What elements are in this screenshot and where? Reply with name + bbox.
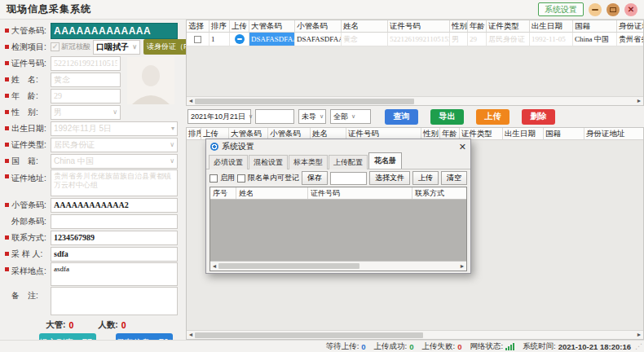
column-header-upload[interactable]: 上传 <box>230 20 249 32</box>
column-header-id-number[interactable]: 证件号码 <box>346 128 421 139</box>
maximize-button[interactable] <box>607 3 620 16</box>
column-header-seq[interactable]: 序号 <box>210 187 236 199</box>
history-table-hscrollbar[interactable]: ◄ ► <box>187 330 643 339</box>
name-input[interactable] <box>51 73 121 87</box>
search-input[interactable] <box>255 109 294 124</box>
row-select-cell[interactable] <box>187 33 210 46</box>
scroll-left-icon[interactable]: ◄ <box>187 97 195 105</box>
column-header-nationality[interactable]: 国籍 <box>544 128 584 139</box>
id-number-input[interactable] <box>51 56 121 71</box>
dialog-save-button[interactable]: 保存 <box>302 171 328 185</box>
minimize-button[interactable] <box>589 3 602 16</box>
tab-upload-config[interactable]: 上传配置 <box>329 155 368 169</box>
enable-checkbox[interactable] <box>210 174 218 183</box>
column-header-select[interactable]: 选择 <box>187 20 210 32</box>
upload-button[interactable]: 上传 <box>476 109 509 125</box>
date-picker[interactable]: 2021年10月21日 ∨ <box>187 109 251 124</box>
column-header-gender[interactable]: 性别 <box>450 20 468 32</box>
swab-type-select[interactable]: 口咽拭子 ∨ <box>93 40 140 55</box>
close-button[interactable]: ✕ <box>624 3 637 16</box>
save-info-button[interactable]: 保存信息（F9） <box>116 333 173 340</box>
system-settings-button[interactable]: 系统设置 <box>538 2 584 16</box>
small-tube-input[interactable] <box>51 198 178 213</box>
tab-required-settings[interactable]: 必填设置 <box>209 155 248 169</box>
choose-file-button[interactable]: 选择文件 <box>369 171 410 185</box>
dialog-clear-button[interactable]: 清空 <box>441 171 467 185</box>
tab-mixed-test-settings[interactable]: 混检设置 <box>249 155 288 169</box>
scroll-left-icon[interactable]: ◄ <box>187 331 195 339</box>
column-header-birth[interactable]: 出生日期 <box>530 20 573 32</box>
column-header-id-number[interactable]: 证件号码 <box>308 187 412 199</box>
scope-filter-select[interactable]: 全部 ∨ <box>330 109 371 124</box>
roster-table-header: 序号 姓名 证件号码 联系方式 <box>210 187 466 200</box>
age-input[interactable] <box>51 89 121 103</box>
external-code-input[interactable] <box>51 214 178 229</box>
column-header-sort[interactable]: 排序 <box>210 20 230 32</box>
tab-roster[interactable]: 花名册 <box>368 152 402 169</box>
id-type-select[interactable]: 居民身份证 ∨ <box>51 138 178 152</box>
column-header-id-type[interactable]: 证件类型 <box>487 20 530 32</box>
pending-table-hscrollbar[interactable]: ◄ ► <box>187 96 643 105</box>
roster-only-checkbox[interactable] <box>237 174 245 183</box>
column-header-name[interactable]: 姓名 <box>311 128 346 139</box>
export-button[interactable]: 导出 <box>430 109 464 125</box>
column-header-birth[interactable]: 出生日期 <box>503 128 544 139</box>
remark-textarea[interactable] <box>51 287 178 315</box>
dialog-titlebar[interactable]: 系统设置 ✕ <box>206 139 470 154</box>
scroll-left-icon[interactable]: ◄ <box>210 262 218 271</box>
sample-place-textarea[interactable]: asdfa <box>51 262 178 286</box>
column-header-big-tube[interactable]: 大管条码 <box>229 128 268 139</box>
scroll-right-icon[interactable]: ► <box>458 262 466 271</box>
column-header-big-tube[interactable]: 大管条码 <box>249 20 295 32</box>
column-header-name[interactable]: 姓名 <box>236 187 308 199</box>
contact-input[interactable] <box>51 231 178 245</box>
row-big-tube-cell[interactable]: DSAFASDFAAAS <box>249 33 295 46</box>
column-header-gender[interactable]: 性别 <box>421 128 440 139</box>
column-header-small-tube[interactable]: 小管条码 <box>295 20 342 32</box>
column-header-upload[interactable]: 上传 <box>201 128 229 139</box>
file-path-input[interactable] <box>330 172 367 185</box>
query-button[interactable]: 查询 <box>385 109 418 125</box>
column-header-age[interactable]: 年龄 <box>468 20 487 32</box>
column-header-address[interactable]: 身份证地址 <box>584 128 643 139</box>
export-filter-select[interactable]: 未导 ∨ <box>298 109 326 124</box>
tab-specimen-type[interactable]: 标本类型 <box>289 155 328 169</box>
scrollbar-thumb[interactable] <box>195 332 423 338</box>
dialog-tabs: 必填设置 混检设置 标本类型 上传配置 花名册 <box>206 154 470 169</box>
row-checkbox[interactable] <box>194 36 201 43</box>
scroll-right-icon[interactable]: ► <box>635 97 643 105</box>
covid-test-checkbox[interactable]: ✓ <box>51 42 60 51</box>
close-icon: ✕ <box>628 6 634 14</box>
column-header-name[interactable]: 姓名 <box>342 20 388 32</box>
column-header-age[interactable]: 年龄 <box>440 128 460 139</box>
birth-date-picker[interactable]: 1992年11月 5日 ▾ <box>51 121 178 136</box>
row-id-type-cell: 居民身份证 <box>487 33 530 46</box>
resize-grip[interactable]: ⋰ <box>635 343 642 350</box>
id-address-label: 证件地址: <box>11 173 51 184</box>
nationality-select[interactable]: China 中国 ∨ <box>51 154 178 169</box>
gender-select[interactable]: 男 ∨ <box>51 105 121 120</box>
column-header-address[interactable]: 身份证地址 <box>617 20 643 32</box>
column-header-small-tube[interactable]: 小管条码 <box>268 128 311 139</box>
big-tube-input[interactable] <box>51 23 178 39</box>
scrollbar-thumb[interactable] <box>218 263 359 269</box>
dialog-close-icon[interactable]: ✕ <box>459 143 466 152</box>
dialog-upload-button[interactable]: 上传 <box>412 171 439 185</box>
id-address-textarea[interactable]: 贵州省务川仡佬族苗族自治县黄都镇万云村中心组 <box>51 169 178 196</box>
field-row-sample-place: 采样地点: asdfa <box>5 262 178 286</box>
sampler-input[interactable] <box>51 247 178 262</box>
entry-form-panel: 大管条码: 检测项目: ✓ 新冠核酸 口咽拭子 ∨ 读身份证（F5） 证件号码:… <box>0 20 186 340</box>
column-header-nationality[interactable]: 国籍 <box>573 20 617 32</box>
submit-list-button[interactable]: 提交列表（F7） <box>39 333 96 340</box>
column-header-id-number[interactable]: 证件号码 <box>388 20 450 32</box>
read-id-card-button[interactable]: 读身份证（F5） <box>143 39 186 55</box>
table-row[interactable]: 1 DSAFASDFAAAS DSAFASDFAAAS1 黄念 52212619… <box>187 33 643 46</box>
required-marker <box>5 174 9 178</box>
column-header-contact[interactable]: 联系方式 <box>412 187 466 199</box>
roster-table-hscrollbar[interactable]: ◄ ► <box>210 261 466 271</box>
column-header-sort[interactable]: 排序 <box>187 128 201 139</box>
column-header-id-type[interactable]: 证件类型 <box>460 128 503 139</box>
scrollbar-thumb[interactable] <box>195 99 414 104</box>
scroll-right-icon[interactable]: ► <box>635 331 643 339</box>
delete-button[interactable]: 删除 <box>522 109 555 125</box>
